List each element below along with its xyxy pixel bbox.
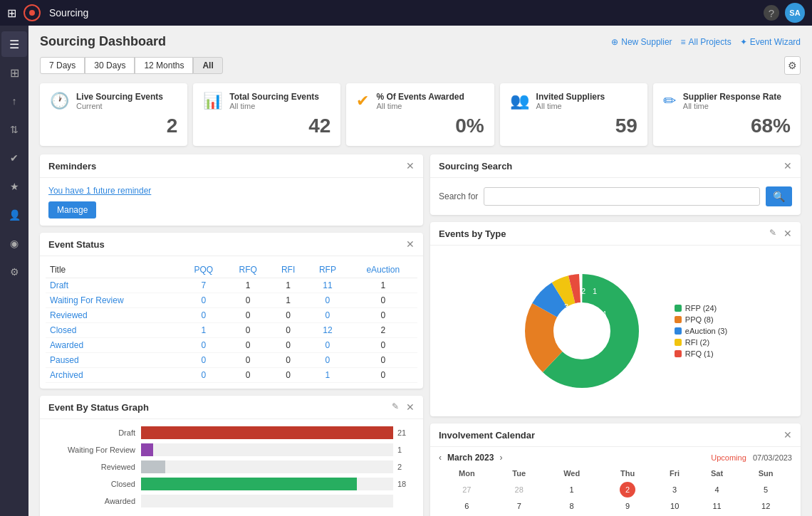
cal-day[interactable]: 18 — [694, 512, 740, 516]
cal-day[interactable]: 14 — [495, 512, 543, 516]
sidebar-item-approve[interactable]: ✔ — [1, 145, 27, 171]
row-title-link[interactable]: Draft — [50, 280, 68, 290]
row-title-link[interactable]: Reviewed — [50, 310, 88, 320]
cal-day[interactable]: 9 — [600, 500, 655, 512]
awarded-value: 0% — [356, 115, 484, 137]
bar-chart-area: Draft 21 Waiting For Review 1 Reviewed 2… — [40, 419, 423, 516]
sidebar-item-circle[interactable]: ◉ — [1, 231, 27, 256]
row-rfi: 0 — [270, 338, 307, 353]
row-title-link[interactable]: Paused — [50, 355, 79, 365]
cal-next-icon[interactable]: › — [499, 453, 502, 463]
row-rfq: 0 — [227, 308, 270, 323]
search-input[interactable] — [484, 187, 760, 206]
row-rfp: 0 — [306, 338, 348, 353]
cal-day[interactable]: 27 — [439, 480, 495, 500]
cal-day[interactable]: 17 — [655, 512, 694, 516]
cal-day[interactable]: 15 — [543, 512, 600, 516]
cal-day[interactable]: 7 — [495, 500, 543, 512]
cal-day[interactable]: 10 — [655, 500, 694, 512]
cal-day[interactable]: 3 — [655, 480, 694, 500]
cal-day[interactable]: 1 — [543, 480, 600, 500]
row-title-link[interactable]: Archived — [50, 370, 83, 380]
event-wizard-link[interactable]: ✦ Event Wizard — [740, 37, 801, 47]
bar-row: Awarded — [48, 495, 415, 507]
sidebar-item-grid[interactable]: ⊞ — [1, 60, 27, 85]
legend-rfp: RFP (24) — [675, 304, 727, 312]
sourcing-search-header: Sourcing Search ✕ — [430, 154, 801, 178]
cal-day[interactable]: 16 — [600, 512, 655, 516]
row-title-link[interactable]: Awarded — [50, 340, 83, 350]
cal-day-today[interactable]: 2 — [600, 480, 655, 500]
reminders-close-icon[interactable]: ✕ — [406, 160, 415, 172]
bar-count: 21 — [393, 428, 415, 437]
sidebar-item-upload[interactable]: ↑ — [1, 88, 27, 114]
donut-area: 24 8 3 2 1 RFP (24) PPQ (8) — [430, 246, 801, 416]
cal-day[interactable]: 13 — [439, 512, 495, 516]
sidebar: ☰ ⊞ ↑ ⇅ ✔ ★ 👤 ◉ ⚙ — [0, 26, 28, 516]
col-title: Title — [46, 262, 181, 278]
row-pqq: 0 — [181, 368, 227, 383]
total-events-sub: All time — [229, 102, 319, 110]
sidebar-item-transfer[interactable]: ⇅ — [1, 117, 27, 142]
new-supplier-link[interactable]: ⊕ New Supplier — [611, 37, 672, 47]
topbar-right: ? SA — [764, 3, 812, 23]
event-wizard-icon: ✦ — [740, 37, 747, 47]
col-rfq[interactable]: RFQ — [227, 262, 270, 278]
row-rfp: 12 — [306, 323, 348, 338]
filter-all[interactable]: All — [193, 57, 222, 74]
row-title: Waiting For Review — [46, 293, 181, 308]
bar-label: Waiting For Review — [48, 446, 141, 454]
graph-edit-icon[interactable]: ✎ — [392, 401, 399, 413]
cal-day[interactable]: 19 — [739, 512, 792, 516]
graph-close-icon[interactable]: ✕ — [406, 401, 415, 413]
row-title-link[interactable]: Closed — [50, 325, 76, 335]
row-pqq: 0 — [181, 338, 227, 353]
sidebar-item-star[interactable]: ★ — [1, 174, 27, 199]
events-type-edit-icon[interactable]: ✎ — [769, 228, 776, 239]
row-title-link[interactable]: Waiting For Review — [50, 295, 124, 305]
col-eauction[interactable]: eAuction — [349, 262, 417, 278]
manage-button[interactable]: Manage — [48, 201, 96, 218]
cal-day[interactable]: 4 — [694, 480, 740, 500]
filter-30days[interactable]: 30 Days — [85, 57, 135, 74]
events-type-close-icon[interactable]: ✕ — [784, 228, 792, 239]
cal-thu: Thu — [600, 467, 655, 480]
sidebar-item-user[interactable]: 👤 — [1, 202, 27, 228]
cal-day[interactable]: 5 — [739, 480, 792, 500]
response-rate-icon: ✏ — [663, 92, 676, 110]
avatar[interactable]: SA — [785, 3, 805, 23]
table-row: Reviewed 0 0 0 0 0 — [46, 308, 417, 323]
cal-wed: Wed — [543, 467, 600, 480]
cal-day[interactable]: 6 — [439, 500, 495, 512]
sourcing-search-close-icon[interactable]: ✕ — [784, 160, 792, 172]
sidebar-item-settings[interactable]: ⚙ — [1, 259, 27, 285]
col-rfp[interactable]: RFP — [306, 262, 348, 278]
all-projects-link[interactable]: ≡ All Projects — [681, 37, 732, 47]
bar-label: Draft — [48, 428, 141, 437]
col-rfi[interactable]: RFI — [270, 262, 307, 278]
cal-day[interactable]: 11 — [694, 500, 740, 512]
donut-legend: RFP (24) PPQ (8) eAuction (3) RFI ( — [675, 304, 727, 358]
cal-mon: Mon — [439, 467, 495, 480]
reminder-link[interactable]: You have 1 future reminder — [48, 186, 151, 196]
cal-day[interactable]: 28 — [495, 480, 543, 500]
bar-fill — [141, 426, 393, 439]
help-icon[interactable]: ? — [764, 5, 779, 21]
cal-day[interactable]: 8 — [543, 500, 600, 512]
cal-prev-icon[interactable]: ‹ — [439, 453, 442, 463]
dashboard-settings-icon[interactable]: ⚙ — [784, 56, 801, 75]
total-events-icon: 📊 — [203, 92, 222, 110]
live-events-sub: Current — [76, 102, 163, 110]
row-rfi: 1 — [270, 278, 307, 293]
apps-grid-icon[interactable]: ⊞ — [0, 6, 24, 20]
calendar-close-icon[interactable]: ✕ — [784, 429, 792, 441]
row-pqq: 7 — [181, 278, 227, 293]
sidebar-item-menu[interactable]: ☰ — [1, 31, 27, 57]
bar-row: Waiting For Review 1 — [48, 443, 415, 456]
event-status-close-icon[interactable]: ✕ — [406, 238, 415, 250]
cal-day[interactable]: 12 — [739, 500, 792, 512]
col-pqq[interactable]: PQQ — [181, 262, 227, 278]
search-button[interactable]: 🔍 — [766, 186, 792, 206]
filter-12months[interactable]: 12 Months — [135, 57, 193, 74]
filter-7days[interactable]: 7 Days — [40, 57, 85, 74]
